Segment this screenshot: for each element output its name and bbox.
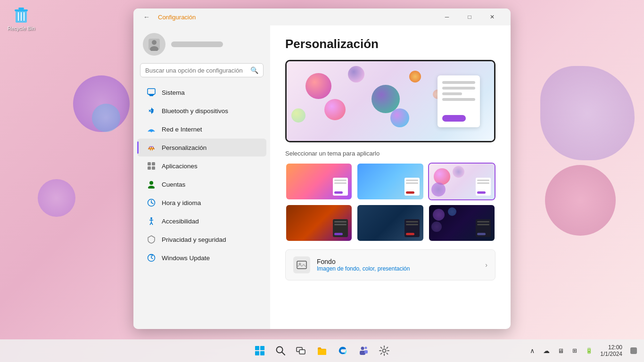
- svg-rect-26: [255, 346, 259, 350]
- recycle-bin[interactable]: Recycle Bin: [7, 5, 35, 31]
- sidebar-item-label-hora: Hora y idioma: [162, 199, 201, 206]
- sidebar-item-label-personalizacion: Personalización: [162, 144, 206, 151]
- teams-icon: [358, 346, 369, 356]
- battery-tray-icon[interactable]: 🔋: [582, 344, 595, 357]
- edge-icon: [338, 346, 348, 356]
- accesibilidad-icon: [147, 216, 156, 226]
- fondo-image-icon: [297, 260, 307, 270]
- select-theme-label: Seleccionar un tema para aplicarlo: [285, 150, 495, 157]
- tray-icons: ∧ ☁ 🖥 ⊞ 🔋: [526, 344, 595, 357]
- svg-line-31: [282, 352, 285, 355]
- fondo-item[interactable]: Fondo Imagen de fondo, color, presentaci…: [285, 249, 495, 280]
- sidebar-item-red[interactable]: Red e Internet: [137, 120, 266, 138]
- file-explorer-icon: [317, 346, 327, 356]
- time-display[interactable]: 12:00 1/1/2024: [597, 343, 625, 358]
- svg-point-35: [361, 347, 364, 350]
- hora-icon: [147, 198, 156, 207]
- edge-button[interactable]: [333, 341, 352, 360]
- fondo-chevron-icon: ›: [485, 261, 487, 269]
- theme-card-glow-dark[interactable]: [356, 204, 424, 242]
- sidebar-item-label-red: Red e Internet: [162, 126, 202, 133]
- display-tray-icon[interactable]: 🖥: [554, 344, 567, 357]
- svg-rect-15: [148, 166, 151, 170]
- svg-point-7: [152, 40, 157, 45]
- window-content: 🔍 Sistema Bluetooth y dispositivos: [133, 25, 511, 329]
- network-tray-icon[interactable]: ⊞: [568, 344, 581, 357]
- clock-time: 12:00: [600, 344, 622, 351]
- sidebar-item-personalizacion[interactable]: Personalización: [137, 139, 266, 156]
- recycle-bin-label: Recycle Bin: [8, 25, 35, 31]
- cuentas-icon: [147, 180, 156, 189]
- windows-update-icon: [147, 253, 156, 263]
- settings-icon: [379, 346, 389, 356]
- search-input[interactable]: [145, 67, 247, 74]
- svg-rect-33: [299, 350, 305, 354]
- main-panel: Personalización: [270, 25, 511, 329]
- windows-logo-icon: [255, 346, 265, 356]
- theme-card-cosmos-dark[interactable]: [428, 204, 495, 242]
- fondo-icon: [293, 256, 310, 273]
- sidebar-item-label-bluetooth: Bluetooth y dispositivos: [162, 107, 228, 115]
- svg-rect-10: [149, 95, 153, 96]
- settings-window: ← Configuración ─ □ ✕: [133, 8, 511, 329]
- theme-card-win11[interactable]: [285, 163, 353, 200]
- theme-grid: [285, 163, 495, 242]
- user-avatar-area: [133, 29, 270, 63]
- personalizacion-icon: [147, 143, 156, 152]
- minimize-button[interactable]: ─: [436, 9, 458, 25]
- avatar: [143, 33, 165, 56]
- titlebar-left: ← Configuración: [141, 11, 196, 23]
- settings-taskbar-button[interactable]: [375, 341, 394, 360]
- svg-rect-16: [152, 166, 155, 170]
- sidebar-item-sistema[interactable]: Sistema: [137, 83, 266, 101]
- nav-list: Sistema Bluetooth y dispositivos Red e I…: [133, 83, 270, 267]
- taskbar-icons: [250, 341, 394, 360]
- sidebar-item-hora[interactable]: Hora y idioma: [137, 194, 266, 212]
- theme-card-glow[interactable]: [356, 163, 424, 200]
- start-button[interactable]: [250, 341, 269, 360]
- teams-button[interactable]: [354, 341, 373, 360]
- maximize-button[interactable]: □: [459, 9, 480, 25]
- search-button[interactable]: [271, 341, 290, 360]
- sidebar-item-label-privacidad: Privacidad y seguridad: [162, 236, 226, 243]
- svg-rect-2: [18, 8, 24, 9]
- sidebar-item-cuentas[interactable]: Cuentas: [137, 175, 266, 193]
- svg-rect-34: [318, 349, 326, 355]
- system-tray: ∧ ☁ 🖥 ⊞ 🔋 12:00 1/1/2024: [526, 343, 640, 358]
- svg-point-12: [151, 131, 152, 132]
- page-title: Personalización: [285, 37, 495, 51]
- onedrive-tray-icon[interactable]: ☁: [540, 344, 553, 357]
- svg-rect-40: [630, 347, 637, 354]
- theme-card-cosmos[interactable]: [428, 163, 495, 200]
- sidebar-item-label-sistema: Sistema: [162, 89, 185, 96]
- red-icon: [147, 124, 156, 134]
- close-button[interactable]: ✕: [481, 9, 503, 25]
- window-controls: ─ □ ✕: [436, 9, 503, 25]
- fondo-subtitle: Imagen de fondo, color, presentación: [317, 265, 479, 272]
- clock-date: 1/1/2024: [600, 351, 622, 357]
- taskbar: ∧ ☁ 🖥 ⊞ 🔋 12:00 1/1/2024: [0, 339, 644, 362]
- sidebar-item-windows-update[interactable]: Windows Update: [137, 249, 266, 267]
- theme-preview-document: [438, 75, 480, 127]
- svg-rect-13: [148, 162, 151, 165]
- task-view-button[interactable]: [292, 341, 311, 360]
- taskbar-search-icon: [275, 346, 286, 356]
- sidebar-item-aplicaciones[interactable]: Aplicaciones: [137, 157, 266, 175]
- file-explorer-button[interactable]: [313, 341, 331, 360]
- search-box[interactable]: 🔍: [140, 63, 264, 77]
- sidebar-item-accesibilidad[interactable]: Accesibilidad: [137, 212, 266, 230]
- titlebar: ← Configuración ─ □ ✕: [133, 8, 511, 25]
- privacidad-icon: [147, 235, 156, 244]
- sidebar-item-bluetooth[interactable]: Bluetooth y dispositivos: [137, 102, 266, 120]
- notification-button[interactable]: [627, 344, 640, 357]
- svg-point-17: [149, 181, 153, 185]
- svg-rect-1: [15, 9, 28, 11]
- back-button[interactable]: ←: [141, 11, 152, 23]
- tray-expand-button[interactable]: ∧: [526, 344, 539, 357]
- svg-rect-27: [260, 346, 264, 350]
- current-theme-preview: [285, 60, 495, 142]
- avatar-icon: [148, 38, 161, 51]
- sidebar-item-privacidad[interactable]: Privacidad y seguridad: [137, 230, 266, 248]
- theme-card-win11-dark[interactable]: [285, 204, 353, 242]
- svg-rect-29: [260, 351, 264, 355]
